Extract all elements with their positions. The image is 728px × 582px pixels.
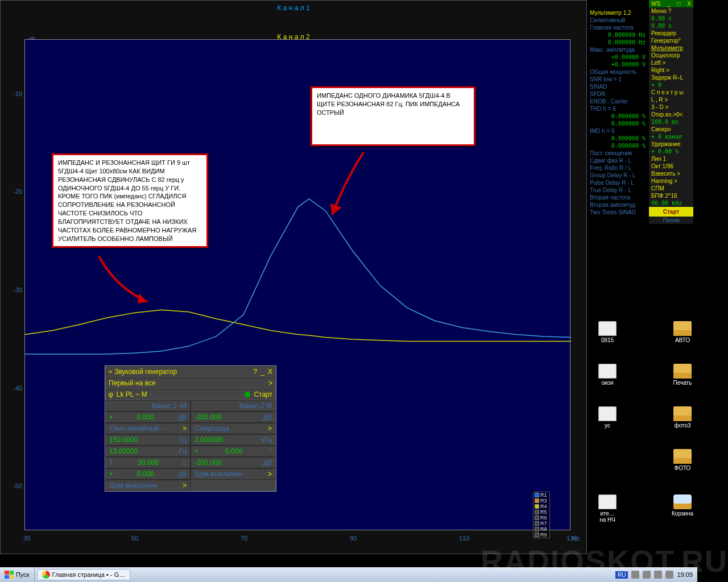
- titlebar-close-icon[interactable]: X: [687, 1, 691, 7]
- sg-ch2-noise[interactable]: -200.000дВ: [191, 457, 276, 468]
- menu-recorder[interactable]: Рекордер: [649, 30, 693, 37]
- menu-delay[interactable]: Задерж R–L: [649, 74, 693, 81]
- titlebar-min-icon[interactable]: _: [667, 1, 671, 7]
- system-tray: RU 19:09: [611, 571, 697, 579]
- taskbar-app-label: Главная страница • - G…: [52, 571, 126, 578]
- mm-twotone[interactable]: Two Tones SINAD: [588, 209, 648, 216]
- wave-icon: ≈: [109, 368, 113, 376]
- x-tick: 110: [459, 535, 469, 542]
- taskbar-app-chrome[interactable]: Главная страница • - G…: [37, 569, 131, 580]
- desktop-folder-photo[interactable]: ФОТО: [665, 449, 700, 471]
- menu-weight[interactable]: Взвесить >: [649, 170, 693, 177]
- desktop-folder-auto[interactable]: АВТО: [665, 321, 700, 343]
- chevron-right-icon[interactable]: >: [268, 379, 272, 387]
- mm-sinad[interactable]: SINAD: [588, 83, 648, 90]
- y-tick: -10: [7, 90, 22, 97]
- tray-icon[interactable]: [631, 571, 639, 579]
- mm-selective[interactable]: Селективный: [588, 16, 648, 24]
- menu-button[interactable]: Меню ?: [649, 7, 693, 15]
- sg-waveform[interactable]: Синусоида>: [191, 423, 276, 434]
- help-button[interactable]: ?: [254, 368, 258, 376]
- sg-sweep-label[interactable]: Свип линейный –>: [105, 423, 191, 434]
- mm-power: Общая мощность: [588, 68, 648, 76]
- mm-gdelay[interactable]: Group Delay R - L: [588, 172, 648, 179]
- mm-imd[interactable]: IMD h = 6: [588, 127, 648, 135]
- menu-linear[interactable]: Лин 1: [649, 155, 693, 163]
- mm-fratio[interactable]: Freq. Ratio R / L: [588, 164, 648, 172]
- sg-ch2-phase[interactable]: +0.000°: [191, 446, 276, 457]
- x-tick: 50: [131, 535, 138, 542]
- menu-delay-val[interactable]: + 0: [649, 81, 693, 89]
- close-button[interactable]: X: [268, 368, 272, 376]
- menu-sync[interactable]: Синхро: [649, 126, 693, 133]
- menu-hold[interactable]: Удержание: [649, 140, 693, 148]
- menu-open-input[interactable]: Откр.вх.>0<: [649, 111, 693, 118]
- sg-noise-off[interactable]: Шум выключен>: [105, 480, 191, 491]
- sg-lock-row[interactable]: Lk PL ~ M: [117, 390, 245, 398]
- mm-phase[interactable]: Сдвиг фаз R - L: [588, 157, 648, 164]
- sound-generator-panel[interactable]: ≈ Звуковой генератор ? _ X Первый на все…: [105, 365, 276, 492]
- clock[interactable]: 19:09: [677, 571, 693, 578]
- menu-multimeter[interactable]: Мультиметр: [649, 44, 693, 52]
- menu-open-val[interactable]: 100.0 ms: [649, 118, 693, 126]
- menu-3d[interactable]: 3 - D >: [649, 103, 693, 111]
- sg-start-button[interactable]: Старт: [254, 390, 272, 398]
- menu-right[interactable]: Right >: [649, 66, 693, 74]
- menu-left[interactable]: Left >: [649, 59, 693, 66]
- mm-dc[interactable]: Пост. смещение: [588, 149, 648, 157]
- desktop-recycle-bin[interactable]: Корзина: [665, 494, 700, 517]
- titlebar-max-icon[interactable]: □: [677, 1, 680, 7]
- sg-noise-level[interactable]: +0.000дВ: [105, 468, 191, 480]
- desktop-folder-print[interactable]: Печать: [665, 364, 700, 386]
- x-axis-unit: Hz: [572, 535, 580, 542]
- language-indicator[interactable]: RU: [615, 571, 628, 579]
- sg-ch1-level[interactable]: +0.000дВ: [105, 411, 191, 423]
- sg-ch2-noise-off[interactable]: Шум выключен>: [191, 468, 276, 480]
- menu-spm[interactable]: СПМ: [649, 185, 693, 192]
- desktop-file-ite[interactable]: ите…на НЧ: [590, 494, 624, 523]
- app-titlebar: WS _ □ X: [649, 0, 693, 7]
- sg-freq-step[interactable]: 13.00000Гц: [105, 446, 191, 457]
- menu-rate[interactable]: 96.00 kHz: [649, 199, 693, 207]
- x-tick: 30: [23, 535, 30, 542]
- side-menu-panel[interactable]: WS _ □ X Меню ? 0.00 s 0.00 s Рекордер Г…: [649, 0, 693, 224]
- sg-ch2-freq[interactable]: 2.000000кГц: [191, 434, 276, 446]
- menu-fft[interactable]: БПФ 2^16: [649, 192, 693, 199]
- sg-ch2-label[interactable]: Канал 2 M: [191, 400, 276, 411]
- menu-hold-val[interactable]: + 0.00 %: [649, 148, 693, 155]
- mm-tdelay[interactable]: True Delay R - L: [588, 186, 648, 194]
- start-button[interactable]: Пуск: [0, 567, 35, 582]
- menu-ch0[interactable]: + 0 канал: [649, 133, 693, 140]
- mm-sfdr[interactable]: SFDR: [588, 90, 648, 98]
- desktop-file-us[interactable]: ус: [590, 406, 624, 429]
- mm-freq2-label[interactable]: Вторая частота: [588, 194, 648, 201]
- global-start-button[interactable]: Старт: [649, 207, 693, 217]
- desktop-folder-photo3[interactable]: фото3: [665, 406, 700, 429]
- sg-ch2-level[interactable]: -200.000дВ: [191, 411, 276, 423]
- mm-amp2-label[interactable]: Вторая амплитуд: [588, 201, 648, 209]
- sg-mode[interactable]: Первый на все: [109, 379, 268, 387]
- tray-icon[interactable]: [654, 571, 662, 579]
- menu-lr[interactable]: L , R >: [649, 96, 693, 103]
- desktop-file-okoya[interactable]: окоя: [590, 364, 624, 386]
- menu-octave[interactable]: Окт 1/96: [649, 163, 693, 170]
- sg-sweep-time[interactable]: T30.000с: [105, 457, 191, 468]
- mm-thd[interactable]: THD h = 6: [588, 105, 648, 113]
- tray-icon[interactable]: [643, 571, 651, 579]
- sg-freq-start[interactable]: 150.0000Гц: [105, 434, 191, 446]
- tray-icon[interactable]: [665, 571, 673, 579]
- minimize-button[interactable]: _: [260, 368, 264, 376]
- mm-pdelay[interactable]: Pulse Delay R - L: [588, 179, 648, 186]
- sg-ch1-label[interactable]: Канал 1 -M: [105, 400, 191, 411]
- menu-generator[interactable]: Генератор°: [649, 37, 693, 44]
- taskbar: Пуск Главная страница • - G… RU 19:09: [0, 567, 697, 582]
- menu-oscilloscope[interactable]: Осциллогр: [649, 52, 693, 59]
- phi-icon[interactable]: φ: [109, 390, 113, 398]
- menu-spectra[interactable]: С п е к т р ы: [649, 89, 693, 96]
- multimeter-panel[interactable]: Мультиметр 1,2 Селективный Главная часто…: [588, 9, 648, 216]
- desktop-file-0815[interactable]: 0815: [590, 321, 624, 343]
- menu-songs[interactable]: Песни: [649, 217, 693, 224]
- mm-enob[interactable]: ENOB . Carrier: [588, 98, 648, 105]
- mm-snr[interactable]: SNR low = 1: [588, 76, 648, 83]
- menu-window[interactable]: Hanning >: [649, 177, 693, 185]
